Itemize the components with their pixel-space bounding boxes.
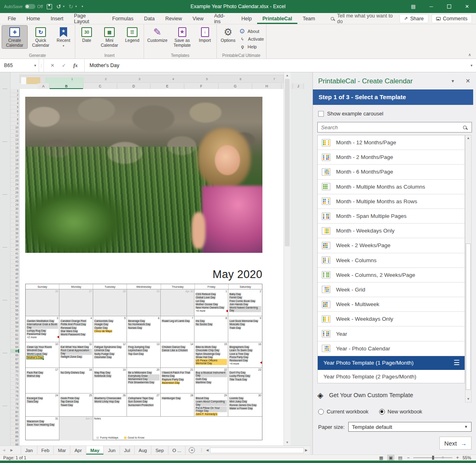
row-header-57[interactable]: 57 bbox=[11, 317, 19, 321]
calendar-day-cell[interactable]: 5Cartoonists DayHoagie DayOyster DayCinc… bbox=[93, 316, 127, 342]
calendar-event[interactable]: Put A Pillow On Your Fridge Day bbox=[195, 406, 227, 413]
calendar-event[interactable]: Pizza Party Day bbox=[229, 356, 249, 359]
ribbon-button-recent[interactable]: ★Recent▾ bbox=[54, 26, 73, 48]
row-header-48[interactable]: 48 bbox=[11, 280, 19, 284]
row-header-40[interactable]: 40 bbox=[11, 248, 19, 252]
calendar-event[interactable]: Lucky Penny Day bbox=[229, 374, 251, 377]
ribbon-button-activate[interactable]: ϟActivate bbox=[240, 35, 264, 42]
ribbon-button-about[interactable]: iAbout bbox=[240, 28, 264, 35]
calendar-event[interactable]: Root Canal Appreciation Day bbox=[60, 349, 92, 355]
calendar-event[interactable]: Chocolate Chip Day bbox=[195, 349, 220, 352]
calendar-day-cell[interactable]: 16Biographers DayLearn To Swim DayLove a… bbox=[228, 342, 262, 367]
row-header-11[interactable]: 11 bbox=[11, 130, 19, 134]
row-header-52[interactable]: 52 bbox=[11, 296, 19, 300]
calendar-day-cell[interactable]: 23Don't Fry DayLucky Penny DayTitle Trac… bbox=[228, 368, 262, 393]
calendar-event[interactable]: Learn About Composting Day bbox=[195, 400, 227, 406]
row-header-14[interactable]: 14 bbox=[11, 142, 19, 146]
row-header-39[interactable]: 39 bbox=[11, 243, 19, 248]
sheet-tab-apr[interactable]: Apr bbox=[70, 446, 86, 454]
new-workbook-option[interactable]: New workbook bbox=[379, 409, 422, 415]
calendar-day-cell[interactable]: 29Biscuit DayLearn About Composting DayP… bbox=[194, 393, 228, 416]
calendar-event[interactable]: Beverage Day bbox=[128, 320, 145, 322]
calendar-day-cell[interactable]: 18No Dirty Dishes Day bbox=[59, 368, 93, 393]
calendar-event[interactable]: CSS Reboot Day bbox=[195, 293, 216, 296]
row-header-4[interactable]: 4 bbox=[11, 101, 19, 105]
calendar-event[interactable]: International Grab a Boob Day bbox=[26, 323, 58, 329]
row-header-30[interactable]: 30 bbox=[11, 207, 19, 211]
calendar-day-cell[interactable]: 2Baby DayFerret DayFree Comic Book DayJo… bbox=[228, 289, 262, 316]
row-header-41[interactable]: 41 bbox=[11, 252, 19, 256]
row-header-44[interactable]: 44 bbox=[11, 264, 19, 268]
ribbon-tab-printablecal[interactable]: PrintableCal bbox=[257, 13, 297, 24]
template-item-week-columns-2-weeks-page[interactable]: Week - Columns, 2 Weeks/Page bbox=[318, 268, 465, 283]
calendar-event[interactable]: Dance Like a Chicken bbox=[162, 349, 188, 352]
calendar-event[interactable]: Water a Flower Day bbox=[229, 407, 253, 410]
calendar-event[interactable]: Candied Orange Peel bbox=[60, 320, 87, 322]
row-header-66[interactable]: 66 bbox=[11, 353, 19, 357]
row-header-36[interactable]: 36 bbox=[11, 231, 19, 235]
template-search-box[interactable] bbox=[317, 122, 472, 133]
row-header-73[interactable]: 73 bbox=[11, 382, 19, 386]
sheet-nav-left-icon[interactable]: ◀ bbox=[0, 446, 8, 454]
ribbon-tab-home[interactable]: Home bbox=[21, 13, 45, 24]
row-header-7[interactable]: 7 bbox=[11, 113, 19, 117]
insert-function-icon[interactable]: fx bbox=[73, 62, 78, 69]
row-header-64[interactable]: 64 bbox=[11, 345, 19, 349]
calendar-event[interactable]: Bike-to-Work Day bbox=[195, 346, 217, 348]
calendar-day-cell[interactable]: 8Iris DayNo Socks Day bbox=[194, 316, 228, 342]
calendar-day-cell[interactable]: 27Cellophane Tape DaySun Screen DaySunsc… bbox=[127, 393, 161, 416]
template-item-week-2-weeks-page[interactable]: Week - 2 Weeks/Page bbox=[318, 238, 465, 253]
calendar-event[interactable]: Clean Up Your Room bbox=[26, 346, 52, 348]
calendar-event[interactable]: Oyster Day bbox=[94, 326, 108, 329]
calendar-day-cell[interactable]: 12Fatigue Syndrome DayLimerick DayNutty … bbox=[93, 342, 127, 367]
row-header-27[interactable]: 27 bbox=[11, 195, 19, 199]
calendar-event[interactable]: Don't Fry Day bbox=[229, 371, 246, 374]
calendar-event[interactable]: Sunscreen Protection bbox=[128, 404, 154, 406]
ribbon-tab-file[interactable]: File bbox=[2, 13, 21, 24]
calendar-event[interactable]: Petite And Proud Day bbox=[60, 323, 86, 326]
calendar-day-cell[interactable]: 17Pack Rat DayWalnut day bbox=[26, 368, 59, 393]
calendar-event[interactable]: Buy a Musical Instrument Day bbox=[195, 371, 227, 377]
calendar-day-cell[interactable]: 31Macaroon DaySave Your Hearing Day bbox=[26, 417, 59, 441]
calendar-event[interactable]: Roast Leg of Lamb Day bbox=[162, 320, 190, 322]
scroll-up-icon[interactable]: ▲ bbox=[284, 72, 290, 78]
calendar-event[interactable]: Pick Strawberries Day bbox=[128, 381, 155, 384]
row-header-5[interactable]: 5 bbox=[11, 105, 19, 109]
calendar-notes-cell[interactable]: NotesFunny HolidaysGood to Know bbox=[93, 417, 262, 441]
calendar-event[interactable]: Moscato Day bbox=[229, 323, 245, 326]
calendar-event[interactable]: Pack Rat Day bbox=[26, 371, 44, 374]
template-item-month-weekdays-only[interactable]: Month - Weekdays Only bbox=[318, 224, 465, 238]
row-header-25[interactable]: 25 bbox=[11, 187, 19, 191]
template-item-month-multiple-months-as-columns[interactable]: Month - Multiple Months as Columns bbox=[318, 180, 465, 194]
grid-scrollbar-thumb[interactable] bbox=[285, 79, 290, 246]
calendar-day-cell[interactable]: Jun 1 bbox=[59, 417, 93, 441]
calendar-event[interactable]: Everybody Draw Mohammed Day bbox=[128, 374, 159, 380]
template-item-month-multiple-months-as-rows[interactable]: Month - Multiple Months as Rows bbox=[318, 194, 465, 209]
sheet-tab-o[interactable]: O ... bbox=[168, 446, 186, 454]
calendar-day-cell[interactable]: 15Bike-to-Work DayChocolate Chip DayNylo… bbox=[194, 342, 228, 367]
row-header-70[interactable]: 70 bbox=[11, 370, 19, 374]
calendar-event[interactable]: Chicken Dance Day bbox=[162, 346, 186, 348]
calendar-day-cell[interactable]: 4Candied Orange PeelPetite And Proud Day… bbox=[59, 316, 93, 342]
row-header-54[interactable]: 54 bbox=[11, 304, 19, 309]
show-carousel-option[interactable]: Show example carousel bbox=[318, 111, 383, 117]
calendar-day-cell[interactable]: 22Buy a Musical Instrument DayGoth DayMa… bbox=[194, 368, 228, 393]
undo-dropdown-icon[interactable]: ▾ bbox=[63, 5, 65, 8]
row-header-10[interactable]: 10 bbox=[11, 126, 19, 130]
calendar-event[interactable]: Sun Screen Day bbox=[128, 400, 148, 403]
calendar-event[interactable]: New Home Owners Day bbox=[195, 306, 225, 309]
calendar-day-cell[interactable]: 11Eat What You Want DayRoot Canal Apprec… bbox=[59, 342, 93, 367]
search-input[interactable] bbox=[318, 124, 463, 130]
calendar-day-cell[interactable]: 28 bbox=[93, 289, 127, 316]
radio-icon[interactable] bbox=[318, 409, 324, 415]
row-header-1[interactable]: 1 bbox=[11, 89, 19, 93]
calendar-event[interactable]: Lumpy Rug Day bbox=[26, 329, 46, 332]
ribbon-tab-review[interactable]: Review bbox=[160, 13, 187, 24]
zoom-in-icon[interactable]: + bbox=[456, 455, 459, 461]
calendar-event[interactable]: Loomis Day bbox=[229, 397, 244, 400]
ribbon-button-help[interactable]: Help bbox=[240, 43, 264, 50]
calendar-day-cell[interactable]: 26 bbox=[26, 289, 59, 316]
paper-size-select[interactable]: Template default ▼ bbox=[348, 422, 472, 432]
calendar-day-cell[interactable]: 3Garden Meditation DayInternational Grab… bbox=[26, 316, 59, 342]
row-header-21[interactable]: 21 bbox=[11, 170, 19, 174]
